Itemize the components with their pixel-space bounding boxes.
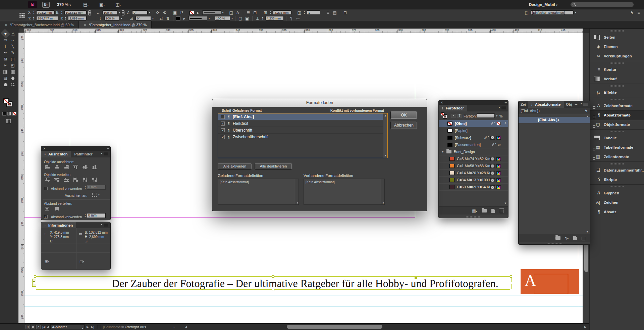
dock-group-grip[interactable]: [590, 184, 644, 188]
tab-absatzformate[interactable]: Absatzformate: [528, 101, 564, 108]
swatch-folder-row[interactable]: ▼Bunt_Design: [439, 148, 508, 155]
story-icon[interactable]: ≔: [296, 16, 301, 21]
swatch-row[interactable]: [Passermarken]⊕: [439, 141, 508, 148]
view-options-dropdown[interactable]: ▤▾: [83, 2, 93, 7]
stepper-icon[interactable]: ▲ ▼: [64, 16, 67, 20]
align-left-icon[interactable]: [45, 164, 51, 170]
dropdown-arrow-icon[interactable]: ▾: [575, 11, 576, 14]
dock-item-seiten[interactable]: Seiten: [590, 33, 644, 42]
baseline-options-icon[interactable]: ≡: [325, 10, 331, 15]
scroll-down-icon[interactable]: ▼: [504, 202, 507, 205]
stepper-icon[interactable]: ▲ ▼: [33, 10, 35, 15]
stroke-swatch-black[interactable]: [176, 16, 180, 20]
screen-mode-dropdown[interactable]: ▣▾: [99, 2, 109, 7]
style-row[interactable]: ¶[Einf. Abs.]: [218, 113, 383, 120]
use-spacing-checkbox-2[interactable]: ✓: [44, 215, 48, 219]
definition-scrollbar[interactable]: [381, 179, 384, 204]
gradient-feather-tool[interactable]: [9, 69, 16, 75]
swatch-row[interactable]: [Ohne]: [439, 120, 508, 127]
selection-handle-filled[interactable]: [415, 277, 417, 279]
swatch-views-icon[interactable]: ▦▾: [472, 208, 477, 213]
bridge-button[interactable]: Br: [42, 2, 50, 8]
scroll-up-icon[interactable]: ▲: [504, 121, 507, 124]
opacity-field[interactable]: 100 %: [215, 16, 230, 20]
selection-handle[interactable]: [34, 282, 36, 284]
dock-item-absatzformate[interactable]: ¶Absatzformate: [590, 110, 644, 120]
rotation-angle-icon[interactable]: ∠: [125, 10, 131, 15]
dock-item-tabelle[interactable]: Tabelle: [590, 133, 644, 143]
paragraph-return-icon[interactable]: ¶: [289, 16, 294, 21]
style-checkbox[interactable]: ✓: [221, 128, 225, 132]
gutter-field[interactable]: 4,233 mm: [265, 16, 284, 20]
dock-group-grip[interactable]: [590, 29, 644, 33]
panel-menu-icon[interactable]: [583, 103, 588, 106]
distribute-left-icon[interactable]: [73, 177, 79, 182]
swatch-row[interactable]: C=5 M=74 Y=82 K=9: [439, 155, 508, 162]
horizontal-ruler[interactable]: 3003053103153203253303353403453503553603…: [24, 29, 583, 33]
flip-horizontal-icon[interactable]: ⇄: [159, 16, 164, 21]
align-paragraph-icon[interactable]: ≣: [246, 10, 251, 15]
selection-handle[interactable]: [34, 289, 36, 291]
style-list-item-selected[interactable]: [Einf. Abs.]+: [519, 117, 590, 123]
stroke-weight-field[interactable]: [202, 10, 221, 15]
dropdown-arrow-icon[interactable]: ▾: [149, 11, 150, 14]
dock-item-verlauf[interactable]: Verlauf: [590, 74, 644, 84]
scroll-up-icon[interactable]: ▲: [586, 115, 589, 118]
dock-item-ebenen[interactable]: ◈Ebenen: [590, 42, 644, 51]
window-close-button[interactable]: [4, 3, 8, 7]
selection-handle[interactable]: [510, 282, 512, 284]
close-icon[interactable]: ✕: [43, 146, 46, 151]
stroke-flyout-arrow[interactable]: ▸: [182, 16, 187, 21]
panel-resize-grip[interactable]: [547, 243, 562, 244]
document-tab-2[interactable]: ✕*Fotoratgeber_Inhalt.indd @ 379 %: [79, 21, 152, 29]
fill-proxy-none[interactable]: [441, 112, 444, 116]
scale-x-icon[interactable]: ↔: [96, 10, 101, 15]
dropdown-arrow-icon[interactable]: ▾: [209, 17, 210, 20]
close-tab-icon[interactable]: ✕: [84, 23, 86, 27]
dock-group-grip[interactable]: [590, 61, 644, 65]
selection-handle[interactable]: [272, 275, 274, 278]
dock-group-grip[interactable]: [590, 161, 644, 166]
shear-field[interactable]: 0°: [136, 16, 151, 20]
style-row[interactable]: ✓¶Fließtext: [218, 120, 383, 127]
direct-selection-tool[interactable]: ▷: [10, 30, 16, 38]
swatch-row[interactable]: C=34 M=13 Y=100 K...: [439, 177, 508, 184]
dock-group-grip[interactable]: [590, 129, 644, 133]
stepper-icon[interactable]: ▲ ▼: [33, 16, 35, 20]
spacing-stepper-2[interactable]: ▲▼8 mm: [84, 213, 106, 218]
panel-menu-icon[interactable]: [104, 224, 108, 227]
preflight-status-label[interactable]: Preflight aus: [125, 325, 146, 329]
gradient-swatch-tool[interactable]: [2, 69, 9, 75]
dock-item-zeichenformate[interactable]: AZeichenformate: [590, 101, 644, 110]
ruler-origin-corner[interactable]: [18, 29, 24, 33]
vertical-justify-icon[interactable]: ▤: [332, 10, 337, 15]
page-number-dropdown[interactable]: A-Master▾: [50, 324, 85, 329]
first-page-button[interactable]: |◀: [42, 325, 45, 329]
collapse-icon[interactable]: ◂◂: [107, 146, 109, 151]
fill-flyout-arrow[interactable]: ▸: [196, 10, 201, 15]
style-checkbox[interactable]: ✓: [221, 122, 225, 126]
dock-item-skripte[interactable]: SSkripte: [590, 175, 644, 184]
dock-group-grip[interactable]: [590, 84, 644, 88]
inset-spacing-icon[interactable]: ⊞: [263, 10, 268, 15]
dock-item-kontur[interactable]: ≡Kontur: [590, 65, 644, 74]
selection-handle[interactable]: [510, 275, 512, 278]
horizontal-scrollbar-thumb[interactable]: [287, 325, 382, 329]
scale-y-field[interactable]: 100 %: [104, 16, 120, 20]
dropdown-arrow-icon[interactable]: ▾: [152, 17, 154, 20]
disclosure-triangle-icon[interactable]: ▼: [441, 150, 444, 153]
hand-tool[interactable]: [2, 82, 9, 88]
quick-apply-icon[interactable]: ϟ: [585, 108, 587, 114]
previous-page-button[interactable]: ◀: [47, 325, 49, 329]
columns-icon[interactable]: ◫: [297, 10, 302, 15]
rotation-field[interactable]: 0°: [132, 10, 148, 15]
delete-style-icon[interactable]: [582, 237, 585, 240]
selection-handle[interactable]: [510, 289, 512, 291]
formatting-affects-container-button[interactable]: ▪: [451, 113, 456, 118]
panel-resize-grip[interactable]: [466, 216, 481, 218]
tint-slider[interactable]: [477, 113, 495, 118]
scroll-down-icon[interactable]: ▼: [586, 230, 589, 233]
dock-item-absatz[interactable]: ¶Absatz: [590, 207, 644, 217]
width-field[interactable]: 102,612 mm: [64, 10, 87, 15]
style-row[interactable]: ✓¶Überschrift: [218, 127, 383, 134]
